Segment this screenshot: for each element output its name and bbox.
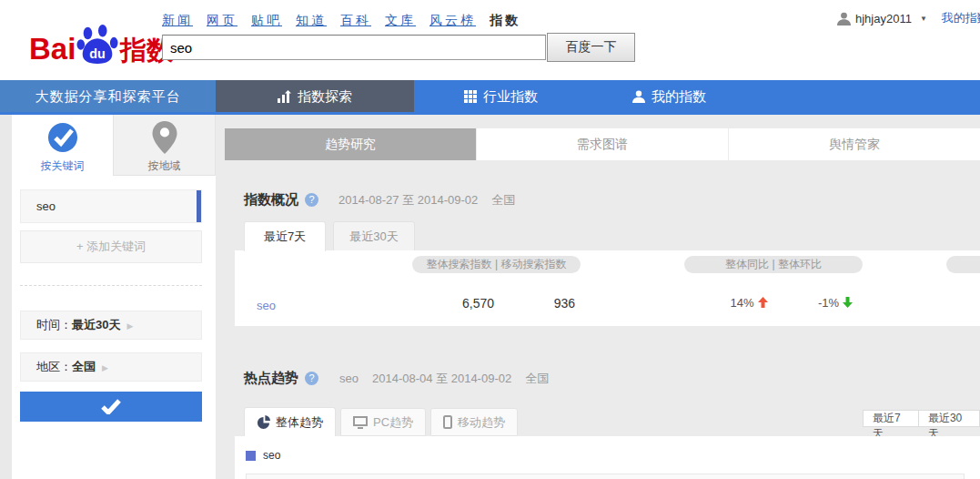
- platform-title: 大数据分享和探索平台: [0, 80, 216, 112]
- nav-link-wenku[interactable]: 文库: [385, 13, 416, 27]
- legend-label: seo: [263, 449, 280, 462]
- navbar-tab-mine-label: 我的指数: [652, 80, 706, 112]
- overview-tab-last-7-days[interactable]: 最近7天: [244, 221, 326, 251]
- trend-type-tabs: 整体趋势 PC趋势 移动趋势: [244, 407, 522, 436]
- username[interactable]: hjhjay2011: [855, 12, 912, 25]
- navbar-tab-explore-label: 指数探索: [298, 80, 352, 112]
- sidebar-tab-by-keyword-label: 按关键词: [41, 159, 85, 172]
- yoy-value: 14%: [708, 296, 790, 310]
- mobile-phone-icon: [443, 415, 452, 429]
- navbar-tab-mine[interactable]: 我的指数: [632, 80, 706, 112]
- tab-sentiment-manager[interactable]: 舆情管家: [728, 128, 980, 160]
- chart-legend: seo: [246, 449, 280, 462]
- pie-chart-icon: [257, 415, 270, 429]
- navbar-tab-industry[interactable]: 行业指数: [464, 80, 538, 112]
- trend-tab-pc-label: PC趋势: [373, 414, 413, 431]
- column-header-search-index: 整体搜索指数 | 移动搜索指数: [412, 256, 581, 273]
- trend-tab-mobile-label: 移动趋势: [458, 414, 505, 431]
- sidebar-mode-tabs: 按关键词 按地域: [12, 115, 216, 176]
- baidu-index-page: Bai du 指数 新闻网页贴吧知道百科文库风云榜指数 百度一下 hjhjay2…: [0, 0, 980, 479]
- baidu-search-button[interactable]: 百度一下: [547, 33, 635, 62]
- nav-link-tieba[interactable]: 贴吧: [251, 13, 282, 27]
- chevron-right-icon: ▶: [126, 321, 133, 331]
- trend-date-range: 2014-08-04 至 2014-09-02: [372, 371, 511, 387]
- navbar-tab-explore[interactable]: 指数探索: [216, 80, 414, 112]
- time-filter[interactable]: 时间：最近30天▶: [20, 311, 202, 340]
- top-navigation: 新闻网页贴吧知道百科文库风云榜指数: [162, 13, 520, 29]
- baidu-paw-icon: du: [76, 24, 118, 66]
- sidebar-tab-by-region[interactable]: 按地域: [113, 115, 216, 176]
- main-content: 趋势研究 需求图谱 舆情管家 指数概况 ? 2014-08-27 至 2014-…: [216, 115, 980, 479]
- overview-title-row: 指数概况 ? 2014-08-27 至 2014-09-02 全国: [244, 191, 515, 209]
- grid-icon: [464, 90, 477, 103]
- trend-region: 全国: [525, 371, 549, 387]
- sidebar-divider: [20, 285, 202, 286]
- add-keyword-button[interactable]: + 添加关键词: [20, 230, 202, 263]
- overview-range-tabs: 最近7天 最近30天: [244, 221, 415, 251]
- overview-region: 全国: [491, 192, 515, 209]
- baidu-index-logo[interactable]: Bai du 指数: [29, 24, 173, 64]
- svg-text:du: du: [90, 46, 106, 61]
- region-filter[interactable]: 地区：全国▶: [20, 352, 202, 382]
- arrow-down-icon: [843, 297, 853, 308]
- overview-section-title: 指数概况: [244, 191, 298, 209]
- keyword-item-label: seo: [21, 190, 201, 222]
- time-filter-label: 时间：: [36, 318, 72, 331]
- person-icon: [632, 90, 645, 103]
- search-input[interactable]: [162, 35, 546, 60]
- trend-panel: seo: [235, 436, 980, 479]
- chart-area-edge: [246, 474, 965, 479]
- map-pin-icon: [152, 121, 177, 154]
- bar-chart-icon: [278, 90, 291, 103]
- overall-search-index-value: 6,570: [403, 296, 494, 311]
- keyword-item[interactable]: seo: [20, 189, 202, 223]
- trend-keyword: seo: [339, 372, 359, 385]
- trend-button-last-30-days[interactable]: 最近30天: [918, 410, 980, 427]
- nav-link-web[interactable]: 网页: [207, 13, 237, 27]
- confirm-button[interactable]: [20, 392, 202, 422]
- mobile-search-index-value: 936: [493, 296, 575, 311]
- my-index-link[interactable]: 我的指数: [942, 10, 980, 26]
- tab-trend-research[interactable]: 趋势研究: [225, 128, 476, 160]
- nav-link-zhidao[interactable]: 知道: [296, 13, 327, 27]
- overview-panel: 整体搜索指数 | 移动搜索指数 整体同比 | 整体环比 seo 6,570 93…: [235, 250, 980, 326]
- legend-swatch: [246, 451, 256, 461]
- help-icon[interactable]: ?: [305, 193, 318, 207]
- trend-section-title: 热点趋势: [244, 370, 298, 387]
- keyword-item-active-bar: [197, 190, 201, 222]
- trend-button-last-7-days[interactable]: 最近7天: [863, 410, 919, 427]
- time-filter-value: 最近30天: [72, 318, 120, 331]
- nav-current-zhishu: 指数: [490, 13, 520, 27]
- navbar-tab-industry-label: 行业指数: [483, 80, 538, 112]
- column-header-cut-off: [946, 256, 980, 273]
- mom-value: -1%: [794, 296, 876, 310]
- nav-link-news[interactable]: 新闻: [162, 13, 193, 27]
- trend-title-row: 热点趋势 ? seo 2014-08-04 至 2014-09-02 全国: [244, 370, 549, 387]
- user-area: hjhjay2011 ▼ 我的指数: [837, 10, 980, 26]
- check-circle-icon: [46, 121, 79, 154]
- overview-date-range: 2014-08-27 至 2014-09-02: [338, 192, 478, 209]
- overview-tab-last-30-days[interactable]: 最近30天: [333, 221, 415, 251]
- user-icon: [837, 12, 851, 25]
- trend-tab-pc[interactable]: PC趋势: [340, 408, 426, 436]
- nav-link-fengyunbang[interactable]: 风云榜: [429, 13, 476, 27]
- sidebar: 按关键词 按地域 seo + 添加关键词 时间：最近30天▶ 地区：全国▶: [12, 115, 216, 479]
- tab-demand-graph[interactable]: 需求图谱: [476, 128, 728, 160]
- primary-navbar: 大数据分享和探索平台 指数探索 行业指数 我的指数: [0, 80, 980, 112]
- checkmark-icon: [101, 399, 121, 414]
- trend-range-buttons: 最近7天 最近30天: [863, 410, 980, 427]
- region-filter-value: 全国: [72, 360, 96, 373]
- region-filter-label: 地区：: [36, 360, 72, 373]
- nav-link-baike[interactable]: 百科: [340, 13, 371, 27]
- logo-text-bai: Bai: [29, 34, 76, 64]
- help-icon[interactable]: ?: [305, 372, 318, 385]
- chevron-right-icon: ▶: [102, 363, 108, 372]
- research-tabs: 趋势研究 需求图谱 舆情管家: [225, 128, 980, 160]
- trend-tab-mobile[interactable]: 移动趋势: [430, 408, 518, 436]
- user-dropdown-caret-icon[interactable]: ▼: [920, 15, 927, 23]
- sidebar-tab-by-region-label: 按地域: [148, 159, 181, 172]
- overview-row-keyword[interactable]: seo: [257, 299, 276, 312]
- column-header-compare: 整体同比 | 整体环比: [684, 256, 863, 273]
- trend-tab-overall[interactable]: 整体趋势: [244, 407, 336, 436]
- sidebar-tab-by-keyword[interactable]: 按关键词: [12, 115, 113, 176]
